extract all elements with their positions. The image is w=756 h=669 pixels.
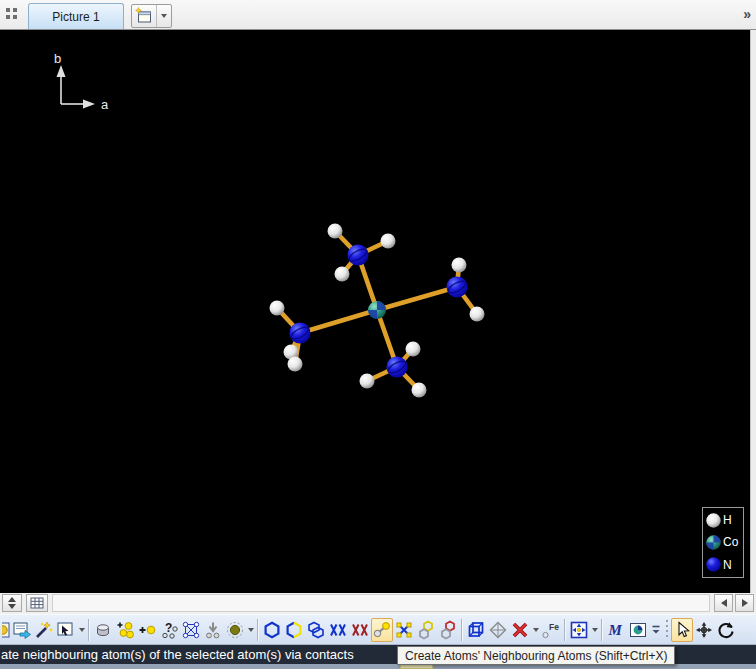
axis-indicator: b a <box>54 51 109 112</box>
axis-b-arrowhead-icon <box>57 65 66 77</box>
spin-button[interactable] <box>2 594 22 612</box>
atom-H[interactable] <box>412 383 427 398</box>
pointer-preview-dropdown[interactable] <box>77 618 86 642</box>
net-blue-button[interactable] <box>327 618 349 642</box>
m-symbol-button[interactable]: M <box>605 618 627 642</box>
vertical-scroll-strip[interactable] <box>750 30 756 593</box>
structure-viewport[interactable]: b a <box>0 30 750 593</box>
chevron-down-icon <box>533 628 539 632</box>
expand-square-icon <box>569 620 589 640</box>
toolbar-separator <box>666 620 668 640</box>
new-picture-dropdown[interactable] <box>156 5 171 27</box>
scrollbar-track[interactable] <box>52 594 710 612</box>
bond[interactable] <box>300 310 377 333</box>
net-red-icon <box>350 620 370 640</box>
structure-canvas[interactable]: b a HCoN <box>0 30 750 593</box>
element-legend: HCoN <box>702 507 744 578</box>
net-red-button[interactable] <box>349 618 371 642</box>
atom-sphere-dropdown[interactable] <box>246 618 255 642</box>
bottom-scroll-strip <box>0 593 756 614</box>
add-atom-button[interactable] <box>136 618 158 642</box>
clipped-page-button[interactable] <box>1 618 11 642</box>
atom-H[interactable] <box>270 301 285 316</box>
move-tool-button[interactable] <box>693 618 715 642</box>
tab-overflow-button[interactable]: » <box>743 6 750 22</box>
chevron-down-icon <box>248 628 254 632</box>
pointer-preview-button[interactable] <box>55 618 77 642</box>
net-corners-icon <box>394 620 414 640</box>
main-toolbar: ?FeM <box>0 614 756 645</box>
scroll-left-button[interactable] <box>714 594 733 612</box>
ring-pair-yellow-icon <box>416 620 436 640</box>
atom-H[interactable] <box>452 258 467 273</box>
atom-query-button[interactable]: ? <box>158 618 180 642</box>
atom-H[interactable] <box>470 307 485 322</box>
octahedron-icon <box>488 620 508 640</box>
spin-up-icon <box>8 597 16 602</box>
atom-N[interactable] <box>348 245 369 266</box>
arrow-right-icon <box>742 599 748 607</box>
toolbar-separator <box>257 619 258 641</box>
toolbar-more-button[interactable] <box>649 618 663 642</box>
tab-label: Picture 1 <box>52 10 99 24</box>
scroll-right-button[interactable] <box>735 594 754 612</box>
grid-icon <box>30 597 44 609</box>
atom-N[interactable] <box>290 323 311 344</box>
select-cursor-button[interactable] <box>671 618 693 642</box>
legend-sphere-N-icon <box>705 556 722 573</box>
atom-H[interactable] <box>381 234 396 249</box>
create-neighbours-button[interactable] <box>371 618 393 642</box>
fill-bucket-button[interactable] <box>92 618 114 642</box>
picture-frame-button[interactable] <box>627 618 649 642</box>
ring-pair-red-button[interactable] <box>437 618 459 642</box>
legend-item: H <box>705 510 743 531</box>
select-cursor-icon <box>672 620 692 640</box>
atom-N[interactable] <box>447 277 468 298</box>
magic-wand-button[interactable] <box>33 618 55 642</box>
element-fe-button[interactable]: Fe <box>540 618 562 642</box>
toolbar-separator <box>88 619 89 641</box>
connect-net-icon <box>181 620 201 640</box>
ring-pair-yellow-button[interactable] <box>415 618 437 642</box>
ring-two-tone-button[interactable] <box>283 618 305 642</box>
expand-square-dropdown[interactable] <box>590 618 599 642</box>
status-text: ate neighbouring atom(s) of the selected… <box>1 647 354 662</box>
create-neighbours-icon <box>372 620 392 640</box>
table-view-button[interactable] <box>26 594 48 612</box>
add-atoms-button[interactable] <box>114 618 136 642</box>
atom-H[interactable] <box>335 267 350 282</box>
dock-handle-icon[interactable] <box>6 8 20 22</box>
drop-atoms-button[interactable] <box>202 618 224 642</box>
octahedron-button[interactable] <box>487 618 509 642</box>
clipped-page-icon <box>2 620 11 640</box>
net-corners-button[interactable] <box>393 618 415 642</box>
expand-square-button[interactable] <box>568 618 590 642</box>
tab-picture-1[interactable]: Picture 1 <box>28 3 124 29</box>
rotate-tool-button[interactable] <box>715 618 737 642</box>
ring-two-tone-icon <box>284 620 304 640</box>
bond[interactable] <box>377 287 457 310</box>
fill-bucket-icon <box>93 620 113 640</box>
properties-dialog-button[interactable] <box>11 618 33 642</box>
connect-net-button[interactable] <box>180 618 202 642</box>
atom-H[interactable] <box>328 224 343 239</box>
atom-N[interactable] <box>387 357 408 378</box>
legend-sphere-Co-icon <box>705 534 722 551</box>
atom-sphere-button[interactable] <box>224 618 246 642</box>
delete-cross-dropdown[interactable] <box>531 618 540 642</box>
ring-blue-button[interactable] <box>261 618 283 642</box>
cube-icon <box>466 620 486 640</box>
ring-stack-button[interactable] <box>305 618 327 642</box>
tab-bar: Picture 1 » <box>0 0 756 30</box>
atom-sphere-icon <box>225 620 245 640</box>
svg-text:?: ? <box>165 621 172 635</box>
atom-H[interactable] <box>288 357 303 372</box>
new-picture-button[interactable] <box>131 4 172 28</box>
cube-button[interactable] <box>465 618 487 642</box>
atom-H[interactable] <box>360 374 375 389</box>
spin-down-icon <box>8 604 16 609</box>
chevron-down-icon <box>79 628 85 632</box>
delete-cross-button[interactable] <box>509 618 531 642</box>
atom-Co[interactable] <box>368 301 386 319</box>
atom-H[interactable] <box>406 342 421 357</box>
